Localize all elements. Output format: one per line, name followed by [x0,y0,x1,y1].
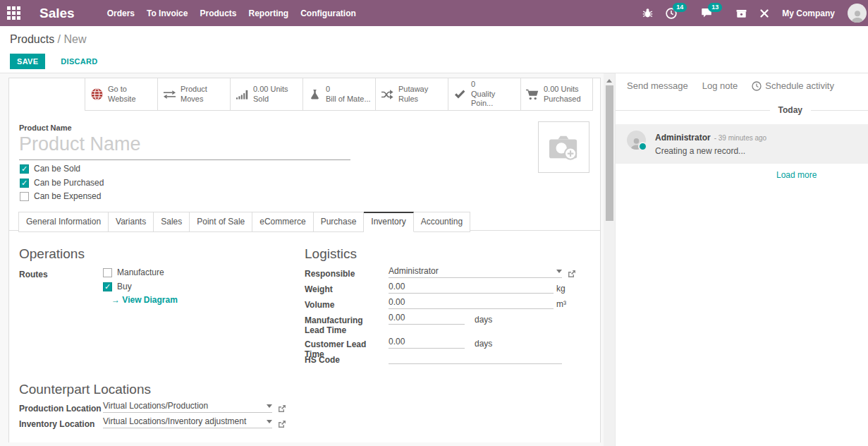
activities-icon[interactable]: 14 [666,8,677,19]
scrollbar-thumb[interactable] [606,85,613,221]
tab-ecommerce[interactable]: eCommerce [252,212,313,232]
quality-points-button[interactable]: 0Quality Poin... [448,78,520,111]
manufacturing-lead-time-unit: days [475,315,492,325]
caret-down-icon [267,404,272,408]
schedule-activity-button[interactable]: Schedule activity [752,80,834,91]
cross-tools-icon[interactable] [759,8,769,18]
units-sold-button[interactable]: 0.00 UnitsSold [230,78,302,111]
production-location-field: Virtual Locations/Production [103,401,286,413]
vertical-scrollbar[interactable] [604,73,615,446]
responsible-label: Responsible [305,269,384,279]
apps-menu-icon[interactable] [7,6,20,20]
volume-field: m³ [389,297,566,309]
date-divider-label: Today [778,105,802,115]
route-buy-checkbox[interactable]: Buy [103,282,132,291]
counterpart-locations-title: Counterpart Locations [19,382,151,397]
go-to-website-button[interactable]: Go toWebsite [85,78,157,111]
save-button[interactable]: SAVE [10,54,45,69]
messages-count-badge: 13 [708,3,722,12]
hs-code-input[interactable] [389,352,562,364]
checkbox-icon[interactable] [103,282,112,291]
flask-icon [307,89,322,100]
log-note-button[interactable]: Log note [702,80,738,91]
manufacturing-lead-time-input[interactable] [389,313,465,325]
menu-to-invoice[interactable]: To Invoice [145,6,189,20]
inventory-location-field: Virtual Locations/Inventory adjustment [103,416,286,428]
weight-input[interactable] [389,282,554,294]
date-divider: Today [616,105,868,115]
menu-orders[interactable]: Orders [106,6,136,20]
inventory-location-label: Inventory Location [19,419,102,429]
menu-configuration[interactable]: Configuration [299,6,357,20]
operations-title: Operations [19,246,85,262]
company-switcher[interactable]: My Company [782,8,835,18]
breadcrumb-products[interactable]: Products [10,33,54,45]
units-purchased-button[interactable]: 0.00 UnitsPurchased [520,78,593,111]
customer-lead-time-input[interactable] [389,337,465,349]
external-link-icon[interactable] [278,404,286,413]
view-diagram-link[interactable]: View Diagram [111,295,178,305]
form-view-area: Go toWebsite ProductMoves 0.00 UnitsSold… [0,73,615,446]
online-status-dot [638,142,647,151]
camera-plus-icon [548,133,580,162]
customer-lead-time-unit: days [475,339,492,349]
logistics-title: Logistics [305,246,357,262]
volume-label: Volume [305,300,384,310]
bill-of-materials-button[interactable]: 0Bill of Mate... [302,78,375,111]
menu-products[interactable]: Products [198,6,238,20]
product-image-upload[interactable] [538,121,589,173]
product-name-input[interactable] [19,133,350,160]
breadcrumb-separator: / [58,33,61,45]
main-menu: Orders To Invoice Products Reporting Con… [106,6,357,20]
message-author[interactable]: Administrator [655,133,711,143]
manufacturing-lead-time-label: Manufacturing Lead Time [305,315,384,336]
app-name[interactable]: Sales [39,6,75,21]
routes-label: Routes [19,270,98,279]
external-link-icon[interactable] [278,420,286,428]
external-link-icon[interactable] [568,270,576,278]
stat-button-box: Go toWebsite ProductMoves 0.00 UnitsSold… [85,78,593,111]
tab-point-of-sale[interactable]: Point of Sale [190,212,252,232]
checkbox-icon[interactable] [103,268,112,277]
inventory-location-select[interactable]: Virtual Locations/Inventory adjustment [103,416,272,428]
putaway-rules-button[interactable]: PutawayRules [375,78,448,111]
hs-code-field [389,352,562,364]
scrollbar-up-arrow[interactable] [606,79,612,83]
weight-unit: kg [556,284,566,294]
tab-inventory[interactable]: Inventory [364,212,413,232]
checkbox-icon[interactable] [20,164,29,174]
user-avatar[interactable] [848,4,867,23]
control-panel: Products / New SAVE DISCARD [0,26,868,73]
form-action-buttons: SAVE DISCARD [10,54,102,69]
cart-icon [525,89,539,100]
volume-input[interactable] [389,297,554,309]
top-navbar: Sales Orders To Invoice Products Reporti… [0,0,868,26]
checkbox-icon[interactable] [20,192,29,201]
tab-accounting[interactable]: Accounting [414,212,470,232]
responsible-select[interactable]: Administrator [389,266,562,278]
load-more-link[interactable]: Load more [776,170,817,180]
manufacturing-lead-time-field: days [389,313,492,325]
gift-icon[interactable] [736,8,747,18]
message-avatar[interactable] [627,131,646,150]
can-be-purchased-checkbox[interactable]: Can be Purchased [20,178,104,188]
bug-icon[interactable] [642,8,653,18]
discard-button[interactable]: DISCARD [56,56,102,66]
tab-general-information[interactable]: General Information [18,212,109,232]
checkbox-icon[interactable] [20,179,29,188]
tab-variants[interactable]: Variants [109,212,154,232]
shuffle-icon [380,90,394,100]
production-location-select[interactable]: Virtual Locations/Production [103,401,272,413]
can-be-sold-checkbox[interactable]: Can be Sold [20,164,80,174]
route-manufacture-checkbox[interactable]: Manufacture [103,267,164,277]
can-be-expensed-checkbox[interactable]: Can be Expensed [20,191,101,201]
messages-icon[interactable]: 13 [701,8,712,18]
send-message-button[interactable]: Send message [627,80,688,91]
product-name-label: Product Name [19,123,72,132]
tab-purchase[interactable]: Purchase [314,212,365,232]
weight-label: Weight [305,284,384,294]
product-moves-button[interactable]: ProductMoves [157,78,230,111]
hs-code-label: HS Code [305,355,384,365]
menu-reporting[interactable]: Reporting [247,6,290,20]
tab-sales[interactable]: Sales [154,212,190,232]
